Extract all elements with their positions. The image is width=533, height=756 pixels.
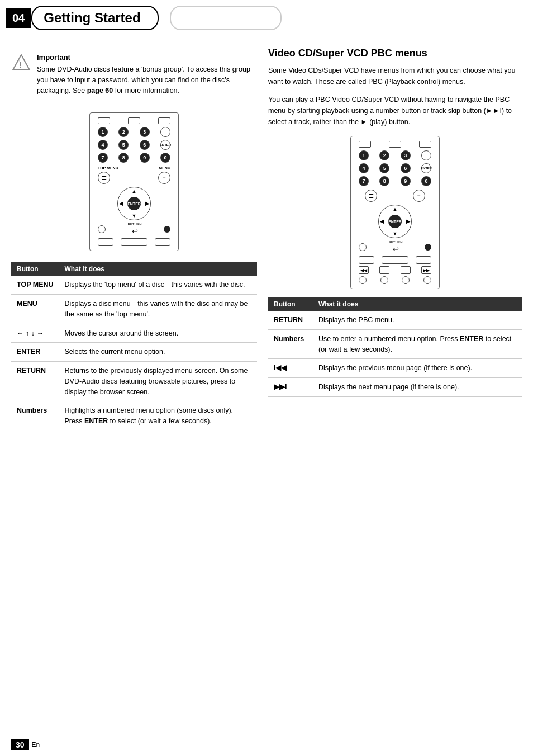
remote-r-prev-btn: ◀◀ — [359, 266, 369, 274]
remote-r-arrow-right: ▶ — [406, 219, 410, 224]
remote-r-top-row — [359, 141, 431, 148]
remote-r-oval3 — [402, 276, 410, 284]
remote-right: 1 2 3 4 5 6 ENTER 7 8 9 0 — [350, 136, 440, 289]
left-table-cell-desc: Highlights a numbered menu option (some … — [59, 401, 257, 431]
remote-btn-tl — [98, 117, 110, 124]
chapter-number: 04 — [6, 8, 31, 28]
page-header: 04 Getting Started — [0, 0, 533, 36]
remote-r-dot — [425, 244, 431, 251]
remote-num-row2: 4 5 6 ENTER — [98, 140, 170, 150]
left-table-row: MENUDisplays a disc menu—this varies wit… — [11, 295, 257, 324]
right-table-cell-button: Numbers — [268, 329, 313, 359]
remote-r-t-btn2 — [401, 266, 411, 274]
remote-r-arrow-down: ▼ — [393, 231, 398, 237]
left-table-cell-button: ENTER — [11, 343, 59, 362]
enter-cluster: ▲ ▼ ◀ ▶ ENTER — [98, 187, 170, 220]
remote-r-menu-icon: ≡ — [413, 190, 425, 202]
remote-btn-9: 9 — [140, 153, 150, 163]
warning-icon: ! ⚠ — [11, 53, 31, 73]
right-table-row: ▶▶IDisplays the next menu page (if there… — [268, 378, 522, 397]
remote-r-btn-9: 9 — [401, 176, 411, 186]
right-table-cell-desc: Displays the next menu page (if there is… — [313, 378, 522, 397]
remote-r-oval1 — [359, 276, 367, 284]
remote-r-top-menu-icon: ☰ — [365, 190, 377, 202]
arrow-right-icon: ▶ — [145, 201, 149, 206]
remote-btn-tr — [158, 117, 170, 124]
page-number: 30 — [11, 739, 29, 750]
remote-r-mid-btn-l — [359, 256, 374, 264]
remote-btn-5: 5 — [118, 140, 129, 150]
remote-r-btn-1: 1 — [359, 150, 369, 160]
remote-r-btn-tm — [389, 141, 401, 148]
left-table-cell-desc: Displays a disc menu—this varies with th… — [59, 295, 257, 324]
left-table-row: TOP MENUDisplays the 'top menu' of a dis… — [11, 276, 257, 294]
remote-menu-row: ☰ ≡ — [98, 172, 170, 184]
right-table-row: RETURNDisplays the PBC menu. — [268, 311, 522, 329]
enter-center-btn: ENTER — [127, 197, 141, 210]
table-header-whatitdoes: What it does — [59, 262, 257, 276]
important-notice: ! ⚠ Important Some DVD-Audio discs featu… — [11, 48, 257, 101]
remote-r-menu-row: ☰ ≡ — [359, 190, 431, 202]
right-table-cell-desc: Displays the previous menu page (if ther… — [313, 359, 522, 378]
table-header-button: Button — [11, 262, 59, 276]
remote-r-mid-btn-c — [382, 256, 408, 264]
right-section-title: Video CD/Super VCD PBC menus — [268, 48, 522, 59]
remote-r-oval-row — [359, 276, 431, 284]
remote-bottom-row — [98, 238, 170, 246]
left-table-cell-desc: Displays the 'top menu' of a disc—this v… — [59, 276, 257, 294]
left-table-cell-desc: Selects the current menu option. — [59, 343, 257, 362]
left-table-cell-desc: Moves the cursor around the screen. — [59, 324, 257, 343]
arrow-down-icon: ▼ — [132, 213, 137, 219]
left-button-table: Button What it does TOP MENUDisplays the… — [11, 262, 257, 431]
remote-r-btn-2: 2 — [379, 150, 389, 160]
remote-btn-1: 1 — [98, 127, 108, 137]
remote-r-mid-btn-r — [416, 256, 431, 264]
remote-btn-3: 3 — [140, 127, 150, 137]
remote-btn-0: 0 — [160, 153, 170, 163]
remote-r-btn-7: 7 — [359, 176, 369, 186]
right-table-cell-button: I◀◀ — [268, 359, 313, 378]
right-button-table: Button What it does RETURNDisplays the P… — [268, 297, 522, 397]
left-table-cell-button: Numbers — [11, 401, 59, 431]
left-table-row: RETURNReturns to the previously displaye… — [11, 362, 257, 401]
remote-btn-6: 6 — [140, 140, 150, 150]
left-table-cell-desc: Returns to the previously displayed menu… — [59, 362, 257, 401]
left-table-row: NumbersHighlights a numbered menu option… — [11, 401, 257, 431]
return-row: RETURN ↩ — [98, 223, 170, 236]
left-table-cell-button: RETURN — [11, 362, 59, 401]
lang-label: En — [32, 741, 40, 749]
remote-r-btn-tr — [419, 141, 431, 148]
remote-r-btn-enter-sm: ENTER — [421, 163, 431, 173]
remote-btn-blank1 — [160, 127, 170, 137]
return-label: RETURN — [128, 223, 142, 226]
left-table-cell-button: ← ↑ ↓ → — [11, 324, 59, 343]
page-footer: 30 En — [11, 739, 40, 750]
right-para1: Some Video CDs/Super VCD have menus from… — [268, 65, 522, 87]
remote-illustration-right: 1 2 3 4 5 6 ENTER 7 8 9 0 — [268, 136, 522, 289]
remote-r-num-row3: 7 8 9 0 — [359, 176, 431, 186]
remote-btn-enter-sm: ENTER — [160, 140, 170, 150]
remote-r-direction-ring: ▲ ▼ ◀ ▶ ENTER — [378, 205, 412, 238]
remote-menu-labels: TOP MENU MENU — [98, 166, 170, 170]
remote-btn-8: 8 — [118, 153, 129, 163]
right-table-cell-button: RETURN — [268, 311, 313, 329]
remote-illustration-left: 1 2 3 4 5 6 ENTER 7 8 9 0 — [11, 112, 257, 251]
remote-r-btn-6: 6 — [401, 163, 411, 173]
right-table-header-button: Button — [268, 297, 313, 311]
menu-label: MENU — [159, 166, 170, 170]
left-table-row: ENTERSelects the current menu option. — [11, 343, 257, 362]
remote-r-btn-4: 4 — [359, 163, 369, 173]
remote-r-btn-tl — [359, 141, 371, 148]
important-text: Important Some DVD-Audio discs feature a… — [37, 53, 257, 96]
right-para2: You can play a PBC Video CD/Super VCD wi… — [268, 94, 522, 127]
remote-dot-right — [164, 226, 170, 233]
right-table-cell-desc: Use to enter a numbered menu option. Pre… — [313, 329, 522, 359]
remote-r-enter-cluster: ▲ ▼ ◀ ▶ ENTER — [359, 205, 431, 238]
remote-bottom-btn-right — [155, 238, 170, 246]
remote-r-circle-left — [359, 243, 367, 251]
remote-btn-7: 7 — [98, 153, 108, 163]
top-menu-icon: ☰ — [98, 172, 110, 184]
left-column: ! ⚠ Important Some DVD-Audio discs featu… — [11, 48, 257, 431]
remote-r-arrow-up: ▲ — [393, 206, 398, 212]
remote-r-oval2 — [380, 276, 388, 284]
